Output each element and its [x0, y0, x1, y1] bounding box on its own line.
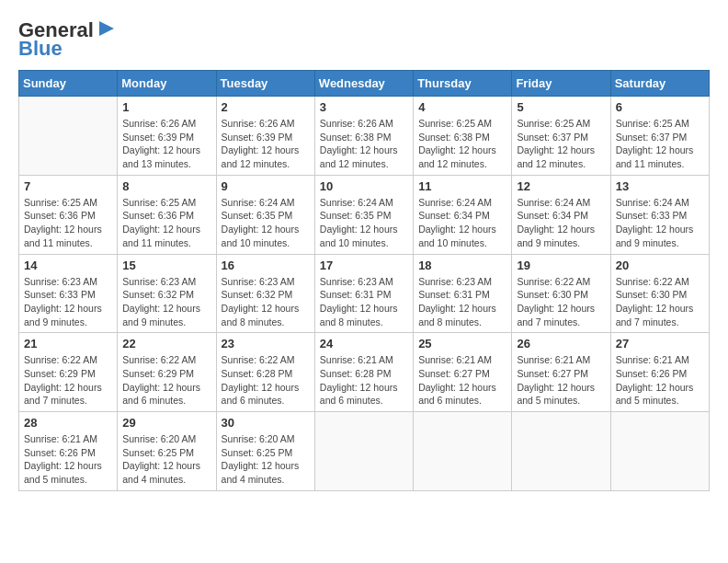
- day-info: Sunrise: 6:23 AMSunset: 6:31 PMDaylight:…: [320, 275, 408, 329]
- day-number: 28: [24, 416, 112, 430]
- calendar-cell: 11Sunrise: 6:24 AMSunset: 6:34 PMDayligh…: [414, 175, 512, 254]
- day-info: Sunrise: 6:25 AMSunset: 6:37 PMDaylight:…: [616, 117, 704, 171]
- calendar-cell: 9Sunrise: 6:24 AMSunset: 6:35 PMDaylight…: [216, 175, 314, 254]
- weekday-header-monday: Monday: [118, 71, 216, 97]
- calendar-cell: 26Sunrise: 6:21 AMSunset: 6:27 PMDayligh…: [512, 333, 610, 412]
- day-info: Sunrise: 6:21 AMSunset: 6:26 PMDaylight:…: [616, 353, 704, 408]
- day-info: Sunrise: 6:22 AMSunset: 6:29 PMDaylight:…: [122, 353, 210, 408]
- calendar-cell: 27Sunrise: 6:21 AMSunset: 6:26 PMDayligh…: [610, 333, 709, 412]
- calendar-cell: 29Sunrise: 6:20 AMSunset: 6:25 PMDayligh…: [118, 412, 216, 491]
- calendar-cell: 6Sunrise: 6:25 AMSunset: 6:37 PMDaylight…: [610, 97, 709, 176]
- day-number: 11: [418, 179, 506, 193]
- day-number: 30: [222, 416, 310, 430]
- day-info: Sunrise: 6:26 AMSunset: 6:38 PMDaylight:…: [320, 117, 408, 171]
- calendar-week-row: 1Sunrise: 6:26 AMSunset: 6:39 PMDaylight…: [19, 97, 710, 176]
- calendar-cell: 28Sunrise: 6:21 AMSunset: 6:26 PMDayligh…: [19, 412, 118, 491]
- calendar-cell: 21Sunrise: 6:22 AMSunset: 6:29 PMDayligh…: [19, 333, 118, 412]
- day-info: Sunrise: 6:25 AMSunset: 6:36 PMDaylight:…: [122, 196, 210, 250]
- calendar-cell: [314, 412, 413, 491]
- calendar-cell: 17Sunrise: 6:23 AMSunset: 6:31 PMDayligh…: [314, 254, 413, 333]
- calendar-cell: 20Sunrise: 6:22 AMSunset: 6:30 PMDayligh…: [610, 254, 709, 333]
- page-header: General Blue: [18, 18, 710, 61]
- day-info: Sunrise: 6:24 AMSunset: 6:34 PMDaylight:…: [418, 196, 506, 250]
- day-number: 9: [222, 179, 310, 193]
- calendar-week-row: 21Sunrise: 6:22 AMSunset: 6:29 PMDayligh…: [19, 333, 710, 412]
- day-number: 15: [122, 259, 210, 272]
- day-number: 6: [616, 100, 704, 114]
- logo-arrow-icon: [96, 19, 116, 38]
- day-info: Sunrise: 6:25 AMSunset: 6:37 PMDaylight:…: [517, 117, 605, 171]
- calendar-cell: 19Sunrise: 6:22 AMSunset: 6:30 PMDayligh…: [512, 254, 610, 333]
- day-info: Sunrise: 6:24 AMSunset: 6:33 PMDaylight:…: [616, 196, 704, 250]
- day-number: 21: [24, 337, 112, 350]
- day-number: 10: [320, 179, 408, 193]
- logo-blue-label: Blue: [18, 37, 63, 61]
- weekday-header-tuesday: Tuesday: [216, 71, 314, 97]
- day-info: Sunrise: 6:21 AMSunset: 6:26 PMDaylight:…: [24, 432, 112, 487]
- weekday-header-wednesday: Wednesday: [314, 71, 413, 97]
- day-number: 22: [122, 337, 210, 350]
- day-number: 19: [517, 259, 605, 272]
- day-info: Sunrise: 6:22 AMSunset: 6:29 PMDaylight:…: [24, 353, 112, 408]
- day-number: 18: [418, 259, 506, 272]
- day-number: 26: [517, 337, 605, 350]
- day-info: Sunrise: 6:21 AMSunset: 6:27 PMDaylight:…: [418, 353, 506, 408]
- day-info: Sunrise: 6:22 AMSunset: 6:30 PMDaylight:…: [517, 275, 605, 329]
- day-info: Sunrise: 6:23 AMSunset: 6:33 PMDaylight:…: [24, 275, 112, 329]
- day-number: 14: [24, 259, 112, 272]
- calendar-cell: 25Sunrise: 6:21 AMSunset: 6:27 PMDayligh…: [414, 333, 512, 412]
- calendar-cell: 8Sunrise: 6:25 AMSunset: 6:36 PMDaylight…: [118, 175, 216, 254]
- calendar-cell: 7Sunrise: 6:25 AMSunset: 6:36 PMDaylight…: [19, 175, 118, 254]
- logo: General Blue: [18, 18, 116, 61]
- calendar-cell: [512, 412, 610, 491]
- calendar-cell: 13Sunrise: 6:24 AMSunset: 6:33 PMDayligh…: [610, 175, 709, 254]
- calendar-table: SundayMondayTuesdayWednesdayThursdayFrid…: [18, 70, 710, 491]
- day-number: 29: [122, 416, 210, 430]
- day-info: Sunrise: 6:22 AMSunset: 6:28 PMDaylight:…: [222, 353, 310, 408]
- day-number: 27: [616, 337, 704, 350]
- weekday-header-row: SundayMondayTuesdayWednesdayThursdayFrid…: [19, 71, 710, 97]
- svg-marker-0: [99, 21, 114, 36]
- weekday-header-friday: Friday: [512, 71, 610, 97]
- calendar-cell: 5Sunrise: 6:25 AMSunset: 6:37 PMDaylight…: [512, 97, 610, 176]
- day-number: 3: [320, 100, 408, 114]
- calendar-cell: 4Sunrise: 6:25 AMSunset: 6:38 PMDaylight…: [414, 97, 512, 176]
- day-info: Sunrise: 6:20 AMSunset: 6:25 PMDaylight:…: [222, 432, 310, 487]
- day-info: Sunrise: 6:23 AMSunset: 6:32 PMDaylight:…: [222, 275, 310, 329]
- day-number: 13: [616, 179, 704, 193]
- day-info: Sunrise: 6:25 AMSunset: 6:38 PMDaylight:…: [418, 117, 506, 171]
- calendar-week-row: 28Sunrise: 6:21 AMSunset: 6:26 PMDayligh…: [19, 412, 710, 491]
- calendar-cell: 30Sunrise: 6:20 AMSunset: 6:25 PMDayligh…: [216, 412, 314, 491]
- calendar-cell: 2Sunrise: 6:26 AMSunset: 6:39 PMDaylight…: [216, 97, 314, 176]
- calendar-cell: 22Sunrise: 6:22 AMSunset: 6:29 PMDayligh…: [118, 333, 216, 412]
- calendar-cell: [414, 412, 512, 491]
- day-number: 2: [222, 100, 310, 114]
- day-info: Sunrise: 6:23 AMSunset: 6:32 PMDaylight:…: [122, 275, 210, 329]
- calendar-cell: 12Sunrise: 6:24 AMSunset: 6:34 PMDayligh…: [512, 175, 610, 254]
- calendar-cell: 3Sunrise: 6:26 AMSunset: 6:38 PMDaylight…: [314, 97, 413, 176]
- day-number: 1: [122, 100, 210, 114]
- weekday-header-thursday: Thursday: [414, 71, 512, 97]
- calendar-cell: 24Sunrise: 6:21 AMSunset: 6:28 PMDayligh…: [314, 333, 413, 412]
- day-number: 7: [24, 179, 112, 193]
- day-number: 12: [517, 179, 605, 193]
- day-info: Sunrise: 6:26 AMSunset: 6:39 PMDaylight:…: [122, 117, 210, 171]
- day-info: Sunrise: 6:25 AMSunset: 6:36 PMDaylight:…: [24, 196, 112, 250]
- day-info: Sunrise: 6:21 AMSunset: 6:27 PMDaylight:…: [517, 353, 605, 408]
- day-number: 17: [320, 259, 408, 272]
- day-info: Sunrise: 6:24 AMSunset: 6:35 PMDaylight:…: [320, 196, 408, 250]
- calendar-week-row: 14Sunrise: 6:23 AMSunset: 6:33 PMDayligh…: [19, 254, 710, 333]
- calendar-cell: 15Sunrise: 6:23 AMSunset: 6:32 PMDayligh…: [118, 254, 216, 333]
- day-info: Sunrise: 6:21 AMSunset: 6:28 PMDaylight:…: [320, 353, 408, 408]
- day-info: Sunrise: 6:24 AMSunset: 6:34 PMDaylight:…: [517, 196, 605, 250]
- day-number: 8: [122, 179, 210, 193]
- day-number: 5: [517, 100, 605, 114]
- day-info: Sunrise: 6:20 AMSunset: 6:25 PMDaylight:…: [122, 432, 210, 487]
- day-info: Sunrise: 6:26 AMSunset: 6:39 PMDaylight:…: [222, 117, 310, 171]
- calendar-week-row: 7Sunrise: 6:25 AMSunset: 6:36 PMDaylight…: [19, 175, 710, 254]
- day-number: 16: [222, 259, 310, 272]
- calendar-cell: 1Sunrise: 6:26 AMSunset: 6:39 PMDaylight…: [118, 97, 216, 176]
- calendar-cell: 16Sunrise: 6:23 AMSunset: 6:32 PMDayligh…: [216, 254, 314, 333]
- day-number: 20: [616, 259, 704, 272]
- day-info: Sunrise: 6:24 AMSunset: 6:35 PMDaylight:…: [222, 196, 310, 250]
